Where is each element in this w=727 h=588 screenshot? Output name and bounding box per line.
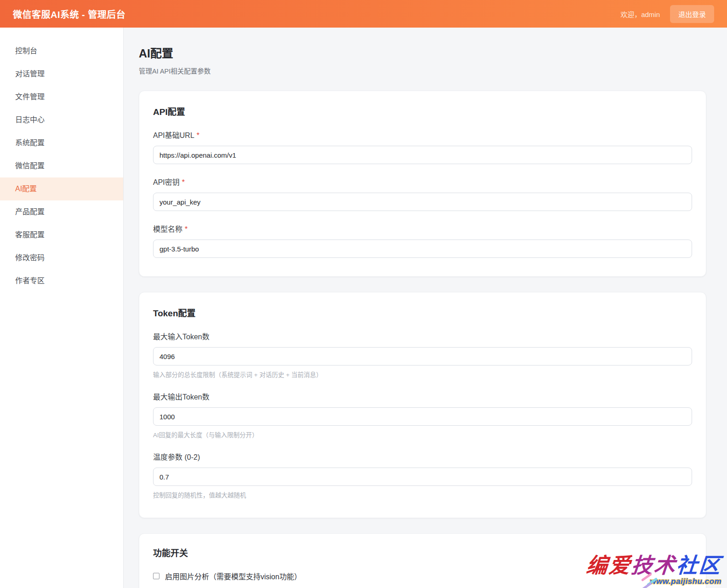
max-input-tokens-field-group: 最大输入Token数 输入部分的总长度限制（系统提示词 + 对话历史 + 当前消… (153, 331, 692, 379)
max-output-tokens-label: 最大输出Token数 (153, 391, 692, 402)
sidebar-item-files[interactable]: 文件管理 (0, 86, 123, 108)
sidebar: 控制台 对话管理 文件管理 日志中心 系统配置 微信配置 AI配置 产品配置 客… (0, 28, 124, 588)
model-name-label-text: 模型名称 (153, 225, 182, 233)
api-base-url-input[interactable] (153, 146, 692, 164)
image-analysis-checkbox-label: 启用图片分析（需要模型支持vision功能） (165, 571, 301, 582)
app-header: 微信客服AI系统 - 管理后台 欢迎，admin 退出登录 (0, 0, 727, 28)
model-name-label: 模型名称* (153, 223, 692, 234)
api-key-input[interactable] (153, 193, 692, 211)
api-config-card-title: API配置 (153, 105, 692, 117)
sidebar-item-ai-config[interactable]: AI配置 (0, 177, 123, 200)
api-base-url-label-text: API基础URL (153, 131, 194, 139)
temperature-field-group: 温度参数 (0-2) 控制回复的随机性，值越大越随机 (153, 451, 692, 499)
token-config-card-title: Token配置 (153, 306, 692, 319)
sidebar-item-logs[interactable]: 日志中心 (0, 108, 123, 131)
required-asterisk: * (185, 225, 187, 233)
api-key-label: API密钥* (153, 176, 692, 187)
main-content: AI配置 管理AI API相关配置参数 API配置 API基础URL* API密… (124, 28, 727, 588)
app-window: 微信客服AI系统 - 管理后台 欢迎，admin 退出登录 控制台 对话管理 文… (0, 0, 727, 588)
max-input-tokens-help: 输入部分的总长度限制（系统提示词 + 对话历史 + 当前消息） (153, 370, 692, 379)
image-analysis-checkbox[interactable] (153, 573, 159, 579)
logout-button[interactable]: 退出登录 (670, 5, 714, 23)
header-right: 欢迎，admin 退出登录 (620, 5, 714, 23)
required-asterisk: * (182, 178, 185, 186)
max-input-tokens-label: 最大输入Token数 (153, 331, 692, 342)
max-output-tokens-help: AI回复的最大长度（与输入限制分开） (153, 430, 692, 439)
sidebar-item-system-config[interactable]: 系统配置 (0, 131, 123, 154)
model-name-input[interactable] (153, 240, 692, 258)
temperature-label: 温度参数 (0-2) (153, 451, 692, 462)
image-analysis-checkbox-row[interactable]: 启用图片分析（需要模型支持vision功能） (153, 571, 692, 582)
temperature-help: 控制回复的随机性，值越大越随机 (153, 490, 692, 499)
required-asterisk: * (197, 131, 199, 139)
max-output-tokens-input[interactable] (153, 407, 692, 426)
api-base-url-label: API基础URL* (153, 129, 692, 140)
main-layout: 控制台 对话管理 文件管理 日志中心 系统配置 微信配置 AI配置 产品配置 客… (0, 28, 727, 588)
api-base-url-field-group: API基础URL* (153, 129, 692, 164)
sidebar-item-conversations[interactable]: 对话管理 (0, 63, 123, 86)
sidebar-item-dashboard[interactable]: 控制台 (0, 40, 123, 63)
temperature-input[interactable] (153, 468, 692, 486)
sidebar-item-author-zone[interactable]: 作者专区 (0, 269, 123, 292)
app-title: 微信客服AI系统 - 管理后台 (13, 7, 125, 21)
api-key-field-group: API密钥* (153, 176, 692, 211)
model-name-field-group: 模型名称* (153, 223, 692, 258)
sidebar-item-change-password[interactable]: 修改密码 (0, 246, 123, 269)
feature-switch-card: 功能开关 启用图片分析（需要模型支持vision功能） 启用视频分析（需要模型支… (139, 533, 706, 588)
max-output-tokens-field-group: 最大输出Token数 AI回复的最大长度（与输入限制分开） (153, 391, 692, 439)
api-config-card: API配置 API基础URL* API密钥* 模型名称* (139, 91, 706, 277)
sidebar-item-product-config[interactable]: 产品配置 (0, 200, 123, 223)
sidebar-item-wechat-config[interactable]: 微信配置 (0, 154, 123, 177)
sidebar-item-service-config[interactable]: 客服配置 (0, 223, 123, 246)
api-key-label-text: API密钥 (153, 178, 180, 186)
max-input-tokens-input[interactable] (153, 347, 692, 365)
page-subtitle: 管理AI API相关配置参数 (139, 66, 706, 75)
welcome-text: 欢迎，admin (620, 9, 660, 19)
token-config-card: Token配置 最大输入Token数 输入部分的总长度限制（系统提示词 + 对话… (139, 292, 706, 518)
feature-switch-card-title: 功能开关 (153, 546, 692, 559)
page-title: AI配置 (139, 44, 706, 61)
